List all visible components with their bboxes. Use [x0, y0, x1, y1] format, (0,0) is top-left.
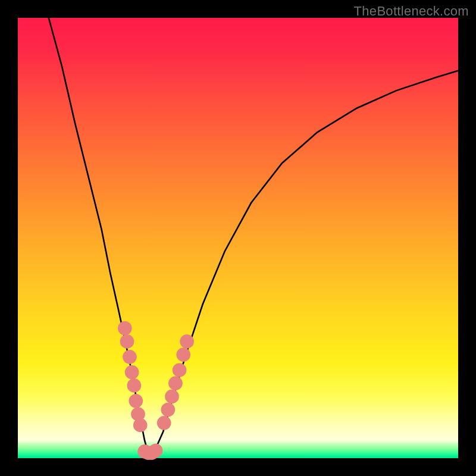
data-dot: [174, 365, 184, 375]
data-dots: [120, 324, 192, 458]
plot-area: [18, 18, 458, 458]
bottleneck-curve: [49, 18, 458, 458]
watermark-text: TheBottleneck.com: [354, 4, 469, 19]
data-dot: [159, 418, 169, 428]
data-dot: [182, 337, 192, 346]
data-dot: [127, 368, 137, 377]
data-dot: [131, 396, 140, 406]
data-dot: [122, 337, 131, 346]
data-dot: [125, 352, 134, 362]
data-dot: [129, 381, 139, 390]
data-dot: [178, 350, 188, 359]
data-dot: [163, 405, 173, 414]
data-dot: [120, 324, 130, 333]
data-dot: [171, 378, 180, 388]
curve-layer: [18, 18, 458, 458]
data-dot: [151, 446, 160, 455]
data-dot: [133, 409, 143, 419]
chart-frame: TheBottleneck.com: [0, 0, 476, 476]
data-dot: [167, 392, 177, 401]
data-dot: [136, 420, 145, 430]
